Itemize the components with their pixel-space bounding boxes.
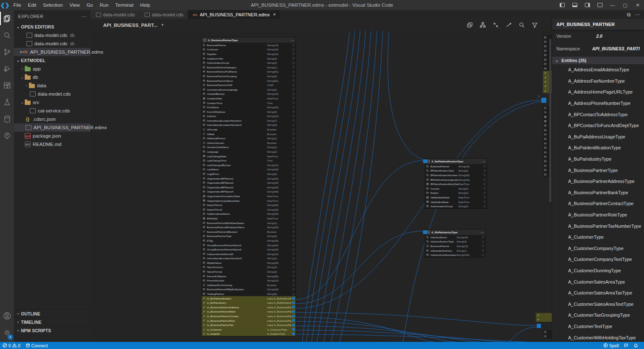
- property-row[interactable]: AbInternationalLocationNumber1 String(7): [202, 118, 296, 123]
- close-button[interactable]: ✕: [631, 0, 644, 10]
- property-row[interactable]: AbBusinessPartnerName String(81): [202, 78, 296, 83]
- tab-api_business_partner.edmx[interactable]: </>API_BUSINESS_PARTNER.edmx ×: [188, 10, 280, 19]
- entities-section-header[interactable]: ⌄Entities (35): [552, 57, 644, 64]
- toggle-panel-icon[interactable]: [569, 0, 581, 10]
- minimize-button[interactable]: —: [606, 0, 619, 10]
- property-row[interactable]: AbBusinessPartnerType String(4): [202, 234, 296, 239]
- explorer-icon[interactable]: [0, 10, 14, 27]
- run-debug-icon[interactable]: [0, 60, 14, 77]
- property-row[interactable]: AbBPIdnNmbrIssuingInstitute String(40): [425, 177, 487, 182]
- property-row[interactable]: AbOrganizationBPName3 String(40): [202, 185, 296, 190]
- section-timeline[interactable]: ›TIMELINE: [14, 318, 91, 326]
- extensions-icon[interactable]: [0, 77, 14, 94]
- entity-list-item[interactable]: A_AddressHomePageURLType: [552, 86, 644, 98]
- connector-port[interactable]: [292, 319, 295, 322]
- entity-header[interactable]: A_BuPaIndustryType —: [425, 229, 485, 235]
- database-icon[interactable]: [0, 111, 14, 128]
- connector-port[interactable]: [292, 310, 295, 313]
- property-row[interactable]: BusinessPartner String(10): [425, 244, 485, 248]
- property-row[interactable]: AbCountry String(3): [425, 186, 487, 191]
- close-icon[interactable]: ×: [273, 12, 276, 17]
- property-row[interactable]: BPIdentificationType String(6): [425, 169, 487, 173]
- open-editor-item[interactable]: × </>API_BUSINESS_PARTNER.edmx: [14, 48, 91, 56]
- property-row[interactable]: AbIsStandardIndustry String(1): [425, 248, 485, 253]
- property-row[interactable]: AbRegion String(3): [425, 191, 487, 195]
- filter-icon[interactable]: [530, 21, 539, 30]
- property-row[interactable]: IndustrySystemType String(4): [425, 240, 485, 244]
- connect-button[interactable]: Connect: [23, 342, 50, 349]
- property-row[interactable]: AbNameFormat String(2): [202, 269, 296, 274]
- problems-status[interactable]: 0 0: [0, 342, 23, 349]
- navigation-row[interactable]: to_BusinessPartnerAddress many A_Busines…: [202, 305, 296, 310]
- tree-item-app[interactable]: ›app: [14, 65, 91, 73]
- property-row[interactable]: IndustrySector String(10): [425, 235, 485, 240]
- customize-layout-icon[interactable]: [594, 0, 606, 10]
- menu-selection[interactable]: Selection: [39, 0, 66, 10]
- connector-port[interactable]: [292, 333, 295, 335]
- source-control-icon[interactable]: [0, 44, 14, 60]
- open-editors-header[interactable]: ⌄OPEN EDITORS: [14, 23, 91, 31]
- property-row[interactable]: CreationTime Time: [202, 101, 296, 105]
- property-row[interactable]: AbOrganizationBPName4 String(40): [202, 190, 296, 194]
- connector-port[interactable]: [292, 315, 295, 318]
- tree-layout-icon[interactable]: [478, 21, 487, 30]
- tree-item-readme-md[interactable]: MDREADME.md: [14, 140, 91, 148]
- entity-header[interactable]: A_BusinessPartnerType —: [202, 37, 296, 43]
- navigation-row[interactable]: to_BusinessPartnerRole many A_BusinessPa…: [202, 318, 296, 323]
- tree-item--cdsrc-json[interactable]: {}.cdsrc.json: [14, 115, 91, 123]
- property-row[interactable]: AbInternationalLocationNumber3 String(1): [202, 256, 296, 261]
- tree-item-db[interactable]: ⌄db: [14, 73, 91, 81]
- entity-list-item[interactable]: A_CustomerCompanyType: [552, 243, 644, 254]
- menu-help[interactable]: Help: [137, 0, 153, 10]
- property-row[interactable]: IsFemale Boolean: [202, 127, 296, 132]
- connector-port[interactable]: [292, 297, 295, 300]
- diagram-search-icon[interactable]: [517, 21, 526, 30]
- tree-item-srv[interactable]: ⌄srv: [14, 98, 91, 107]
- property-row[interactable]: AbPersonFullName String(80): [202, 274, 296, 279]
- collapse-icon[interactable]: —: [291, 39, 294, 42]
- selection-handle[interactable]: [423, 230, 427, 234]
- tree-item-api-business-partner-edmx[interactable]: API_BUSINESS_PARTNER.edmx: [14, 123, 91, 132]
- property-row[interactable]: AbLastName String(40): [202, 167, 296, 172]
- property-row[interactable]: BusinessPartner String(10): [202, 43, 296, 47]
- maximize-button[interactable]: ▢: [619, 0, 631, 10]
- section-outline[interactable]: ›OUTLINE: [14, 309, 91, 318]
- entity-list-item[interactable]: A_BusinessPartnerAddressType: [552, 176, 644, 187]
- clipped-entity-fragment[interactable]: [543, 330, 552, 339]
- settings-gear-icon[interactable]: 1: [0, 324, 14, 341]
- spell-checker-status[interactable]: Spell: [601, 342, 621, 349]
- entity-list-item[interactable]: A_CustomerTextType: [552, 321, 644, 332]
- entity-list-item[interactable]: A_BusinessPartnerTaxNumberType: [552, 220, 644, 232]
- property-row[interactable]: CreationDate DateTime: [202, 96, 296, 101]
- property-row[interactable]: AbBusinessPartnerBirthDateStatus String(…: [202, 221, 296, 225]
- navigation-row[interactable]: to_BusinessPartnerTax many A_BusinessPar…: [202, 323, 296, 327]
- property-row[interactable]: AbOrganizationBPName1 String(40): [202, 176, 296, 181]
- entity-list-item[interactable]: A_CustomerCompanyTextType: [552, 254, 644, 265]
- navigation-row[interactable]: to_Customer A_CustomerType: [202, 327, 296, 332]
- workspace-header[interactable]: ⌄EXTMODEL: [14, 56, 91, 65]
- connector-port[interactable]: [292, 328, 295, 331]
- connector-port[interactable]: [292, 324, 295, 326]
- property-row[interactable]: AbETag String(26): [202, 238, 296, 243]
- collapse-all-icon[interactable]: [491, 21, 500, 30]
- property-row[interactable]: AbAuthorizationGroup String(4): [202, 60, 296, 65]
- property-row[interactable]: AbCorrespondenceLanguage String(2): [202, 87, 296, 92]
- property-row[interactable]: idBusinessPartnerUUID UUID: [202, 83, 296, 87]
- entity-list-item[interactable]: A_AddressEmailAddressType: [552, 64, 644, 76]
- selection-handle[interactable]: [423, 159, 427, 163]
- entity-A_BuPaIdentificationType[interactable]: A_BuPaIdentificationType — BusinessPartn…: [425, 158, 487, 209]
- property-row[interactable]: AbLastChangedByUser String(12): [202, 163, 296, 167]
- entity-A_BuPaIndustryType[interactable]: A_BuPaIndustryType — IndustrySector Stri…: [425, 229, 486, 258]
- clipped-entity-fragment[interactable]: [536, 313, 552, 322]
- editor-more-actions-icon[interactable]: ⋯: [635, 12, 640, 18]
- account-icon[interactable]: [0, 307, 14, 324]
- property-row[interactable]: AbTradingPartner String(6): [202, 292, 296, 296]
- property-row[interactable]: AbBusinessPartnerCategory String(1): [202, 65, 296, 70]
- connector-port[interactable]: [292, 306, 295, 308]
- entity-header[interactable]: A_BuPaIdentificationType —: [425, 159, 487, 164]
- menu-view[interactable]: View: [66, 0, 83, 10]
- menu-terminal[interactable]: Terminal: [112, 0, 137, 10]
- property-row[interactable]: ValidityEndDate DateTime: [425, 200, 487, 204]
- property-row[interactable]: AbIndependentAddressID String(10): [202, 252, 296, 256]
- property-row[interactable]: LastChangeTime Time: [202, 158, 296, 163]
